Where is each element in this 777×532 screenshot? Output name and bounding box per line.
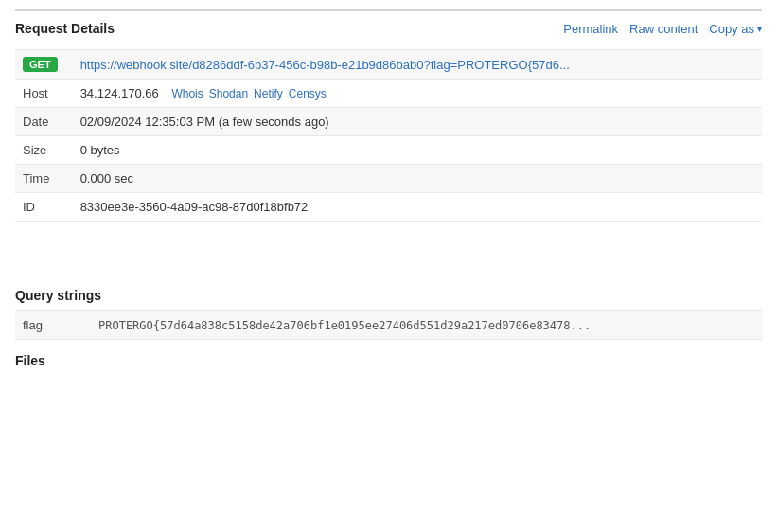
details-table: GET https://webhook.site/d8286ddf-6b37-4… xyxy=(15,49,762,222)
spacer xyxy=(15,222,762,278)
date-value: 02/09/2024 12:35:03 PM (a few seconds ag… xyxy=(73,108,762,136)
date-label: Date xyxy=(15,108,73,136)
table-row-url: GET https://webhook.site/d8286ddf-6b37-4… xyxy=(15,50,762,80)
id-label: ID xyxy=(15,193,73,222)
table-row-date: Date 02/09/2024 12:35:03 PM (a few secon… xyxy=(15,108,762,136)
host-value: 34.124.170.66 xyxy=(80,86,159,100)
chevron-down-icon: ▾ xyxy=(757,24,762,34)
netify-link[interactable]: Netify xyxy=(254,87,283,100)
url-cell: https://webhook.site/d8286ddf-6b37-456c-… xyxy=(73,50,762,80)
whois-link[interactable]: Whois xyxy=(171,87,203,100)
query-value-flag: PROTERGO{57d64a838c5158de42a706bf1e0195e… xyxy=(91,311,762,340)
shodan-link[interactable]: Shodan xyxy=(209,87,248,100)
method-cell: GET xyxy=(15,50,73,80)
query-strings-section: Query strings flag PROTERGO{57d64a838c51… xyxy=(15,288,762,340)
permalink-link[interactable]: Permalink xyxy=(563,22,618,36)
method-badge: GET xyxy=(23,57,58,72)
page-container: Request Details Permalink Raw content Co… xyxy=(0,0,777,378)
host-value-cell: 34.124.170.66 Whois Shodan Netify Censys xyxy=(73,80,762,108)
query-strings-table: flag PROTERGO{57d64a838c5158de42a706bf1e… xyxy=(15,310,762,340)
section-title: Request Details xyxy=(15,21,115,36)
url-link[interactable]: https://webhook.site/d8286ddf-6b37-456c-… xyxy=(80,58,570,72)
files-title: Files xyxy=(15,353,762,368)
raw-content-link[interactable]: Raw content xyxy=(629,22,698,36)
host-tools: Whois Shodan Netify Censys xyxy=(171,87,326,100)
time-label: Time xyxy=(15,165,73,193)
copy-as-button[interactable]: Copy as ▾ xyxy=(709,22,762,36)
query-strings-title: Query strings xyxy=(15,288,762,303)
censys-link[interactable]: Censys xyxy=(289,87,327,100)
files-section: Files xyxy=(15,353,762,368)
section-header: Request Details Permalink Raw content Co… xyxy=(15,21,762,40)
query-row-flag: flag PROTERGO{57d64a838c5158de42a706bf1e… xyxy=(15,311,762,340)
host-label: Host xyxy=(15,80,73,108)
table-row-size: Size 0 bytes xyxy=(15,136,762,165)
size-label: Size xyxy=(15,136,73,165)
size-value: 0 bytes xyxy=(73,136,762,165)
table-row-time: Time 0.000 sec xyxy=(15,165,762,193)
table-row-id: ID 8330ee3e-3560-4a09-ac98-87d0f18bfb72 xyxy=(15,193,762,222)
header-actions: Permalink Raw content Copy as ▾ xyxy=(563,22,762,36)
query-key-flag: flag xyxy=(15,311,91,340)
copy-as-label: Copy as xyxy=(709,22,754,36)
time-value: 0.000 sec xyxy=(73,165,762,193)
id-value: 8330ee3e-3560-4a09-ac98-87d0f18bfb72 xyxy=(73,193,762,222)
table-row-host: Host 34.124.170.66 Whois Shodan Netify C… xyxy=(15,80,762,108)
